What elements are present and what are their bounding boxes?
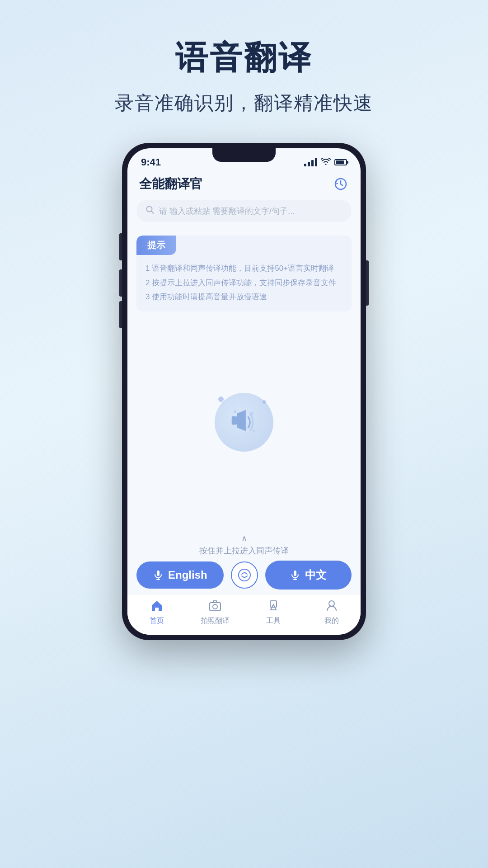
svg-point-6 [250, 412, 253, 415]
language-buttons: English [136, 561, 352, 590]
nav-item-tools[interactable]: 工具 [244, 599, 302, 626]
history-button[interactable] [333, 176, 349, 192]
svg-point-16 [213, 604, 217, 609]
tips-item-3: 3 使用功能时请提高音量并放慢语速 [136, 290, 352, 304]
svg-rect-4 [232, 416, 237, 425]
app-header: 全能翻译官 [127, 171, 361, 197]
wifi-icon [321, 158, 331, 167]
search-placeholder: 请 输入或粘贴 需要翻译的文字/句子... [159, 206, 295, 217]
tips-item-1: 1 语音翻译和同声传译功能，目前支持50+语言实时翻译 [136, 261, 352, 276]
svg-rect-8 [157, 571, 160, 576]
svg-line-2 [151, 211, 154, 213]
svg-point-5 [234, 410, 236, 413]
tips-header-text: 提示 [147, 240, 165, 250]
svg-point-19 [329, 601, 334, 606]
nav-label-profile: 我的 [324, 616, 339, 626]
swipe-hint: ∧ 按住并上拉进入同声传译 [199, 533, 289, 556]
nav-item-home[interactable]: 首页 [127, 599, 186, 626]
swap-icon [238, 569, 251, 581]
tips-item-2: 2 按提示上拉进入同声传译功能，支持同步保存录音文件 [136, 276, 352, 290]
tips-box: 提示 1 语音翻译和同声传译功能，目前支持50+语言实时翻译 2 按提示上拉进入… [136, 236, 352, 311]
nav-label-camera: 拍照翻译 [201, 616, 230, 626]
nav-label-home: 首页 [150, 616, 164, 626]
svg-point-7 [253, 430, 255, 433]
signal-icon [304, 158, 317, 166]
chinese-button[interactable]: 中文 [265, 561, 352, 590]
chinese-label: 中文 [305, 568, 327, 582]
page-title: 语音翻译 [0, 36, 488, 80]
camera-icon [208, 599, 222, 614]
home-icon [150, 599, 164, 614]
mic-icon-english [153, 570, 164, 580]
app-title: 全能翻译官 [139, 175, 202, 193]
battery-icon [334, 159, 347, 165]
nav-item-camera[interactable]: 拍照翻译 [186, 599, 244, 626]
nav-item-profile[interactable]: 我的 [302, 599, 361, 626]
phone-notch [212, 148, 276, 162]
mic-icon-chinese [290, 570, 300, 580]
main-content: 提示 1 语音翻译和同声传译功能，目前支持50+语言实时翻译 2 按提示上拉进入… [127, 226, 361, 533]
swap-button[interactable] [231, 561, 258, 589]
speaker-illustration [215, 316, 273, 529]
english-button[interactable]: English [136, 561, 224, 589]
svg-rect-12 [294, 571, 296, 576]
swipe-text: 按住并上拉进入同声传译 [199, 545, 289, 556]
svg-point-11 [239, 569, 250, 581]
page-subtitle: 录音准确识别，翻译精准快速 [0, 90, 488, 116]
tools-icon [267, 599, 280, 614]
svg-marker-3 [237, 410, 245, 431]
tips-header: 提示 [136, 236, 176, 255]
svg-rect-15 [210, 603, 221, 611]
search-icon [145, 205, 155, 217]
status-time: 9:41 [141, 156, 161, 168]
english-label: English [168, 569, 207, 581]
person-icon [325, 599, 338, 614]
bottom-nav: 首页 拍照翻译 [127, 594, 361, 635]
nav-label-tools: 工具 [266, 616, 281, 626]
search-bar[interactable]: 请 输入或粘贴 需要翻译的文字/句子... [136, 200, 352, 222]
phone-mockup: 9:41 [0, 143, 488, 640]
bottom-area: ∧ 按住并上拉进入同声传译 English [127, 533, 361, 594]
status-icons [304, 158, 347, 167]
swipe-arrow-icon: ∧ [241, 533, 247, 543]
